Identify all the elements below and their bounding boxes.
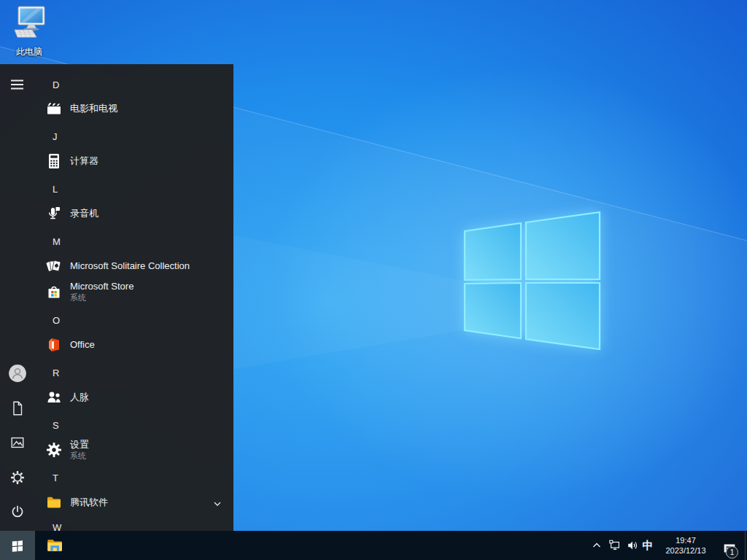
calculator-icon (45, 152, 63, 170)
user-account-button[interactable] (0, 359, 35, 388)
chevron-up-icon (592, 540, 602, 551)
app-sublabel: 系统 (70, 451, 89, 461)
app-item-people[interactable]: 人脉 (35, 385, 233, 410)
app-item-calculator[interactable]: 计算器 (35, 149, 233, 174)
clock[interactable]: 19:47 2023/12/13 (657, 531, 715, 560)
app-item-office[interactable]: Office (35, 332, 233, 357)
network-tray-button[interactable] (606, 531, 624, 560)
file-explorer-icon (45, 536, 64, 555)
store-bag-icon (45, 283, 63, 300)
pictures-button[interactable] (0, 428, 35, 457)
network-icon (608, 539, 622, 552)
app-label: Microsoft Store (70, 281, 133, 292)
documents-button[interactable] (0, 394, 35, 423)
section-letter-m[interactable]: M (35, 233, 233, 250)
office-logo-icon (45, 336, 63, 354)
section-letter-o[interactable]: O (35, 311, 233, 329)
start-menu: D 电影和电视 J 计算器 L (0, 64, 233, 531)
section-letter-s[interactable]: S (35, 416, 233, 434)
this-pc-icon (9, 6, 50, 42)
clock-time: 19:47 (676, 535, 696, 545)
app-item-solitaire[interactable]: Microsoft Solitaire Collection (35, 254, 233, 279)
app-item-movies-tv[interactable]: 电影和电视 (35, 96, 233, 121)
microphone-icon (45, 205, 63, 222)
start-menu-rail (0, 64, 35, 531)
power-icon (9, 504, 26, 520)
file-explorer-taskbar-button[interactable] (42, 531, 67, 560)
volume-tray-button[interactable] (624, 531, 641, 560)
section-letter-d[interactable]: D (35, 76, 233, 93)
app-label: 录音机 (70, 208, 98, 219)
section-letter-j[interactable]: J (35, 128, 233, 145)
windows-logo-icon (10, 538, 25, 553)
playing-cards-icon (45, 257, 63, 275)
start-button[interactable] (0, 531, 35, 560)
power-button[interactable] (0, 497, 35, 526)
app-label: 电影和电视 (70, 103, 117, 114)
folder-icon (45, 494, 63, 511)
volume-icon (626, 539, 639, 552)
app-sublabel: 系统 (70, 292, 133, 303)
documents-icon (9, 400, 26, 416)
app-item-microsoft-store[interactable]: Microsoft Store 系统 (35, 276, 233, 308)
section-letter-l[interactable]: L (35, 180, 233, 198)
pictures-icon (9, 435, 26, 451)
app-item-voice-recorder[interactable]: 录音机 (35, 201, 233, 226)
ime-indicator[interactable]: 中 (640, 531, 656, 560)
chevron-down-icon (213, 499, 222, 508)
app-label: Office (70, 339, 95, 351)
app-item-tencent-folder[interactable]: 腾讯软件 (35, 490, 233, 515)
notification-badge: 1 (726, 546, 738, 559)
people-icon (45, 389, 63, 406)
user-avatar-icon (8, 364, 27, 383)
app-label: 设置 (70, 439, 89, 451)
menu-icon (9, 76, 26, 93)
menu-expand-button[interactable] (0, 70, 35, 99)
action-center-button[interactable]: 1 (716, 531, 743, 560)
app-label: Microsoft Solitaire Collection (70, 260, 190, 272)
desktop-icon-label: 此电脑 (4, 46, 54, 58)
section-letter-r[interactable]: R (35, 364, 233, 381)
taskbar: 中 19:47 2023/12/13 1 (0, 531, 747, 560)
clapperboard-icon (45, 100, 63, 117)
app-label: 腾讯软件 (70, 497, 108, 508)
clock-date: 2023/12/13 (665, 545, 705, 556)
app-item-settings[interactable]: 设置 系统 (35, 434, 233, 466)
settings-gear-icon (9, 470, 26, 486)
section-letter-w[interactable]: W (35, 518, 233, 531)
section-letter-t[interactable]: T (35, 469, 233, 486)
settings-rail-button[interactable] (0, 463, 35, 492)
gear-icon (45, 441, 63, 459)
app-label: 计算器 (70, 155, 98, 167)
tray-overflow-button[interactable] (588, 531, 605, 560)
app-label: 人脉 (70, 392, 89, 403)
desktop-icon-this-pc[interactable]: 此电脑 (4, 6, 54, 58)
